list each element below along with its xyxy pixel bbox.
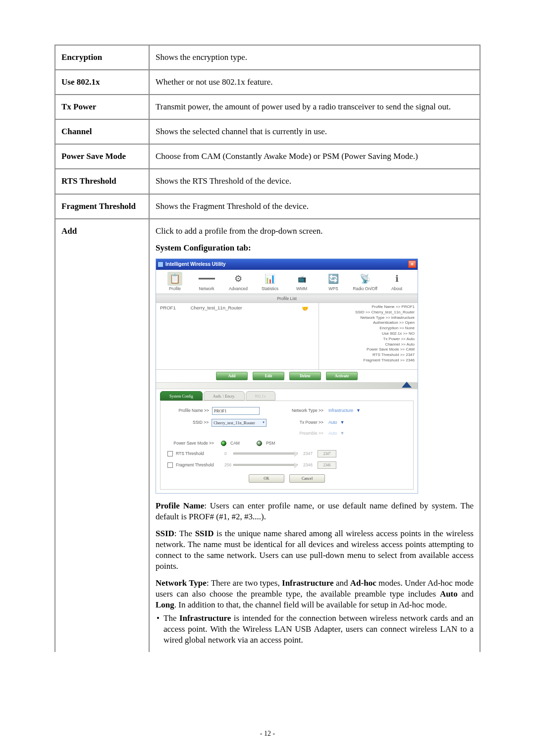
- row-label-txpower: Tx Power: [55, 95, 149, 119]
- profile-item-ssid: Cherry_test_11n_Router: [191, 305, 242, 311]
- row-label-add: Add: [55, 219, 149, 652]
- wmm-icon: 📺: [294, 272, 309, 286]
- row-desc-channel: Shows the selected channel that is curre…: [149, 119, 480, 144]
- ssid-desc: SSID: The SSID is the unique name shared…: [156, 528, 474, 572]
- row-label-psm: Power Save Mode: [55, 144, 149, 169]
- dialog-title: Intelligent Wireless Utility: [165, 261, 226, 267]
- tab-auth-encry[interactable]: Auth. \ Encry.: [204, 391, 245, 401]
- detail-line: SSID >> Cherry_test_11n_Router: [322, 310, 415, 315]
- wireless-utility-dialog: Intelligent Wireless Utility × 📋 Profile…: [156, 258, 418, 494]
- detail-line: Use 802.1x >> NO: [322, 331, 415, 337]
- profile-body: PROF1 Cherry_test_11n_Router 🤝 Profile N…: [156, 303, 418, 370]
- network-type-desc: Network Type: There are two types, Infra…: [156, 578, 474, 610]
- detail-line: Tx Power >> Auto: [322, 337, 415, 342]
- toolbar-label: Profile: [169, 286, 181, 291]
- system-config-tab-heading: System Configuration tab:: [156, 243, 474, 253]
- rts-slider[interactable]: [233, 453, 298, 454]
- detail-line: Profile Name >> PROF1: [322, 304, 415, 310]
- separator-arrow[interactable]: [156, 382, 418, 389]
- rts-value[interactable]: 2347: [318, 450, 336, 457]
- rts-min: 0: [224, 451, 233, 456]
- ssid-select[interactable]: Cherry_test_11n_Router: [212, 419, 267, 427]
- psm-label: PSM: [266, 441, 275, 446]
- row-desc-rts: Shows the RTS Threshold of the device.: [149, 169, 480, 194]
- profile-icon: 📋: [167, 272, 182, 286]
- cam-label: CAM: [230, 441, 240, 446]
- wps-icon: 🔄: [326, 272, 341, 286]
- config-tabs: System Config Auth. \ Encry. 802.1x: [156, 389, 418, 401]
- detail-line: Fragment Threshold >> 2346: [322, 358, 415, 363]
- detail-line: RTS Threshold >> 2347: [322, 353, 415, 358]
- row-desc-txpower: Transmit power, the amount of power used…: [149, 95, 480, 119]
- properties-table: Encryption Shows the encryption type. Us…: [54, 45, 481, 652]
- ssid-label: SSID >>: [167, 420, 212, 425]
- activate-button[interactable]: Activate: [326, 372, 358, 380]
- profile-list-header: Profile List: [156, 295, 418, 303]
- toolbar-item-wmm[interactable]: 📺 WMM: [286, 272, 318, 292]
- preamble-value: Auto▼: [328, 431, 344, 437]
- dialog-toolbar: 📋 Profile ━━━ Network ⚙ Advanced 📊: [156, 270, 418, 294]
- network-type-value[interactable]: Infrastructure▼: [328, 408, 361, 414]
- ft-max: 2346: [298, 462, 313, 468]
- add-description: Profile Name: Users can enter profile na…: [156, 501, 474, 646]
- rts-checkbox[interactable]: [167, 451, 173, 456]
- tab-8021x[interactable]: 802.1x: [246, 391, 275, 401]
- row-desc-psm: Choose from CAM (Constantly Awake Mode) …: [149, 144, 480, 169]
- ft-slider[interactable]: [233, 464, 298, 466]
- system-config-panel: Profile Name >> PROF1 Network Type >> In…: [160, 401, 414, 490]
- toolbar-item-radio[interactable]: 📡 Radio On/Off: [349, 272, 381, 292]
- ft-checkbox[interactable]: [167, 462, 173, 468]
- profile-actions: Add Edit Delete Activate: [156, 370, 418, 382]
- detail-line: Power Save Mode >> CAM: [322, 347, 415, 353]
- psm-label: Power Save Mode >>: [167, 441, 217, 446]
- tab-system-config[interactable]: System Config: [160, 391, 203, 401]
- dialog-app-icon: [158, 261, 163, 267]
- txpower-value[interactable]: Auto▼: [328, 420, 344, 426]
- row-desc-use8021x: Whether or not use 802.1x feature.: [149, 70, 480, 95]
- ok-button[interactable]: OK: [249, 474, 284, 483]
- cancel-button[interactable]: Cancel: [289, 474, 325, 483]
- detail-line: Encryption >> None: [322, 326, 415, 331]
- add-button[interactable]: Add: [216, 372, 248, 380]
- toolbar-item-wps[interactable]: 🔄 WPS: [318, 272, 349, 292]
- profile-list[interactable]: PROF1 Cherry_test_11n_Router 🤝: [156, 303, 319, 369]
- close-icon[interactable]: ×: [408, 260, 416, 268]
- handshake-icon: 🤝: [302, 305, 309, 312]
- row-label-ft: Fragment Threshold: [55, 194, 149, 219]
- detail-line: Authentication >> Open: [322, 320, 415, 326]
- profile-name-label: Profile Name >>: [167, 408, 212, 413]
- toolbar-label: Advanced: [229, 286, 248, 291]
- toolbar-label: WPS: [328, 286, 338, 291]
- delete-button[interactable]: Delete: [289, 372, 321, 380]
- rts-label: RTS Threshold: [176, 451, 224, 456]
- row-label-rts: RTS Threshold: [55, 169, 149, 194]
- add-intro: Click to add a profile from the drop-dow…: [156, 226, 474, 237]
- toolbar-label: WMM: [296, 286, 307, 291]
- statistics-icon: 📊: [263, 272, 277, 286]
- toolbar-item-statistics[interactable]: 📊 Statistics: [254, 272, 286, 292]
- txpower-label: Tx Power >>: [286, 420, 323, 425]
- toolbar-item-network[interactable]: ━━━ Network: [191, 272, 222, 292]
- dialog-titlebar: Intelligent Wireless Utility ×: [156, 259, 418, 270]
- page-number: - 12 -: [0, 729, 535, 738]
- rts-max: 2347: [298, 451, 313, 456]
- edit-button[interactable]: Edit: [253, 372, 284, 380]
- profile-details: Profile Name >> PROF1 SSID >> Cherry_tes…: [319, 303, 418, 369]
- detail-line: Channel >> Auto: [322, 342, 415, 348]
- toolbar-label: Radio On/Off: [353, 286, 377, 291]
- cam-radio[interactable]: [221, 441, 226, 446]
- profile-name-input[interactable]: PROF1: [212, 407, 260, 415]
- network-icon: ━━━: [199, 272, 214, 286]
- toolbar-item-advanced[interactable]: ⚙ Advanced: [222, 272, 254, 292]
- profile-list-item[interactable]: PROF1 Cherry_test_11n_Router: [160, 305, 315, 311]
- psm-radio[interactable]: [257, 441, 262, 446]
- ft-label: Fragment Threshold: [176, 462, 224, 468]
- toolbar-label: Statistics: [262, 286, 278, 291]
- row-label-use8021x: Use 802.1x: [55, 70, 149, 95]
- ft-min: 256: [224, 462, 233, 468]
- toolbar-label: About: [391, 286, 402, 291]
- ft-value[interactable]: 2346: [318, 461, 336, 469]
- toolbar-item-about[interactable]: ℹ About: [381, 272, 413, 292]
- toolbar-item-profile[interactable]: 📋 Profile: [159, 272, 191, 292]
- toolbar-label: Network: [199, 286, 214, 291]
